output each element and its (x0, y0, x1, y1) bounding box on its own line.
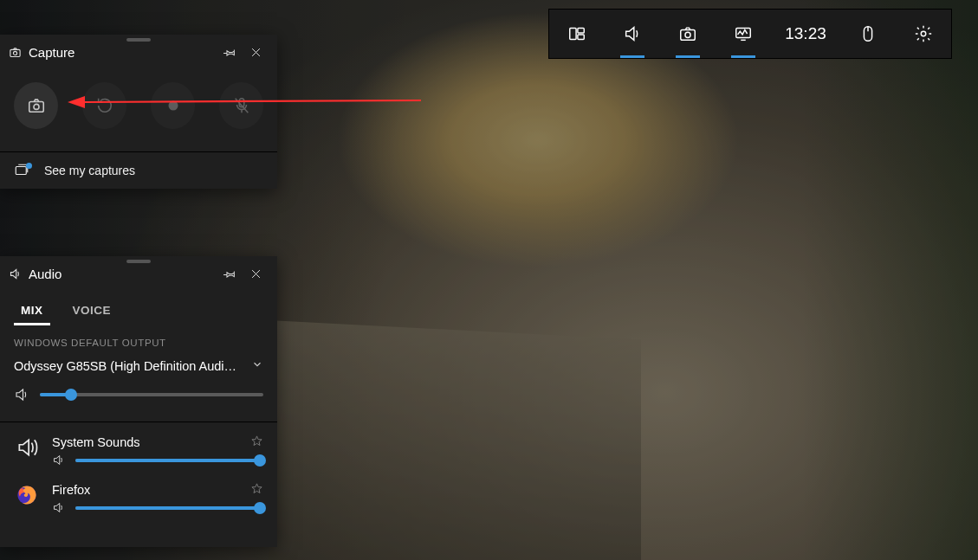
app-volume-slider[interactable] (75, 459, 263, 462)
clock: 13:23 (771, 10, 840, 58)
camera-icon (27, 96, 46, 115)
slider-fill (75, 506, 263, 510)
svg-rect-9 (10, 49, 20, 56)
master-volume-slider[interactable] (40, 393, 263, 396)
svg-rect-2 (578, 35, 584, 39)
see-captures-button[interactable]: See my captures (0, 151, 277, 189)
screenshot-button[interactable] (14, 82, 58, 129)
svg-rect-17 (16, 167, 26, 175)
record-icon (164, 96, 183, 115)
svg-point-12 (33, 104, 38, 109)
close-button[interactable] (243, 261, 269, 286)
panel-grip[interactable] (126, 38, 151, 42)
app-row-system-sounds: System Sounds (0, 422, 277, 470)
app-volume-row (52, 498, 263, 514)
audio-title: Audio (29, 267, 62, 281)
svg-marker-18 (252, 436, 262, 446)
slider-thumb[interactable] (65, 389, 77, 401)
slider-thumb[interactable] (254, 454, 266, 467)
svg-rect-1 (578, 29, 584, 34)
app-row-firefox: Firefox (0, 470, 277, 518)
output-device-selector[interactable]: Odyssey G85SB (High Definition Audio D… (0, 355, 277, 378)
record-button[interactable] (151, 82, 195, 129)
history-icon (95, 96, 114, 115)
capture-body (0, 70, 277, 151)
firefox-icon (14, 482, 40, 508)
chevron-down-icon (251, 358, 263, 373)
gear-icon (914, 24, 933, 43)
tab-voice[interactable]: VOICE (71, 299, 113, 325)
performance-icon (734, 24, 753, 43)
master-volume-row (0, 378, 277, 418)
pin-button[interactable] (217, 39, 243, 65)
svg-rect-0 (570, 29, 576, 40)
gamebar-topbar: 13:23 (548, 9, 952, 59)
favorite-button[interactable] (250, 482, 263, 498)
audio-tabs: MIX VOICE (0, 292, 277, 325)
pin-icon (223, 267, 236, 280)
audio-button[interactable] (605, 10, 660, 58)
svg-point-13 (168, 101, 178, 111)
output-device-name: Odyssey G85SB (High Definition Audio D… (14, 359, 239, 373)
svg-point-10 (13, 51, 16, 55)
close-icon (249, 46, 262, 59)
see-captures-label: See my captures (44, 164, 135, 177)
close-button[interactable] (243, 39, 269, 65)
mouse-button[interactable] (840, 10, 896, 58)
camera-icon (678, 24, 697, 43)
slider-thumb[interactable] (254, 502, 266, 514)
slider-fill (75, 459, 263, 462)
capture-title: Capture (29, 45, 74, 60)
widgets-icon (567, 24, 586, 43)
svg-point-4 (685, 32, 690, 37)
speaker-icon (14, 387, 29, 402)
tab-mix[interactable]: MIX (19, 299, 45, 325)
favorite-button[interactable] (250, 434, 263, 450)
speaker-icon (52, 454, 65, 467)
system-sounds-icon (14, 434, 40, 460)
speaker-icon (52, 501, 65, 514)
capture-panel: Capture See my captures (0, 35, 277, 189)
close-icon (249, 267, 262, 280)
pin-button[interactable] (217, 261, 243, 286)
mic-toggle-button[interactable] (219, 82, 263, 129)
panel-grip[interactable] (126, 260, 151, 263)
app-volume-row (52, 450, 263, 467)
app-name: Firefox (52, 483, 90, 497)
app-name: System Sounds (52, 435, 140, 449)
speaker-icon (623, 24, 642, 43)
record-last-button[interactable] (82, 82, 126, 129)
new-indicator-dot (26, 163, 32, 169)
settings-button[interactable] (896, 10, 951, 58)
mouse-icon (858, 24, 878, 43)
camera-icon (9, 46, 22, 59)
svg-rect-11 (29, 101, 43, 112)
default-output-label: WINDOWS DEFAULT OUTPUT (0, 325, 277, 355)
widgets-button[interactable] (549, 10, 605, 58)
speaker-icon (9, 267, 22, 280)
mic-off-icon (232, 96, 251, 115)
svg-rect-3 (681, 29, 696, 40)
audio-panel: Audio MIX VOICE WINDOWS DEFAULT OUTPUT O… (0, 256, 277, 547)
app-volume-slider[interactable] (75, 506, 263, 510)
performance-button[interactable] (716, 10, 771, 58)
capture-button[interactable] (660, 10, 716, 58)
svg-marker-20 (252, 484, 262, 493)
pin-icon (223, 46, 236, 59)
svg-point-8 (921, 31, 926, 36)
